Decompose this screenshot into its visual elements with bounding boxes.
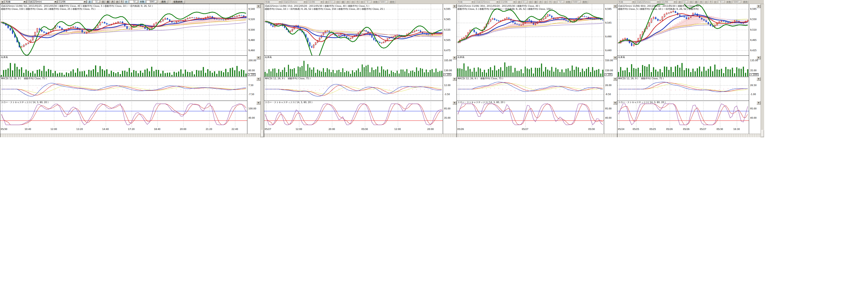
macd-axis-tick: -9.50 (605, 93, 611, 96)
bars-spinner[interactable]: 500 (146, 0, 157, 3)
price-axis-column: 9,5959,5509,5109,4659,425135.0035.0026.5… (749, 4, 761, 137)
volume-axis-tick: 35.00 (750, 69, 756, 72)
ghost-spin: 1 (522, 0, 528, 3)
period-button-4[interactable]: T (120, 0, 123, 3)
ghost-combo-value: 先物 (458, 0, 462, 3)
pane-dropdown-button[interactable]: ▼ (613, 56, 617, 60)
pane-dropdown-button[interactable]: ▼ (756, 101, 761, 105)
multi-symbol-button[interactable]: 複数銘柄 (171, 0, 185, 3)
contract-combo[interactable]: 11/06 ▼ (58, 0, 87, 3)
vertical-scrollbar[interactable] (761, 4, 764, 137)
price-axis-tick: 9,465 (750, 39, 756, 41)
ghost-combo: 先物▼ (265, 0, 282, 3)
stoch-pane-label: スロー・ストキャスティクス( 14, 3, 80, 20 ) (265, 101, 312, 104)
period-button-3[interactable]: 分 (115, 0, 119, 3)
period-button-2[interactable]: 月 (111, 0, 115, 3)
time-axis-tick: 17:20 (128, 128, 135, 130)
time-axis-tick: 05/26 (683, 128, 689, 130)
vol-canvas (0, 56, 247, 77)
macd-axis-tick: -1.00 (750, 93, 756, 96)
price-axis-tick: 9,535 (444, 29, 451, 31)
ashi-toggle-button[interactable]: 足 (88, 0, 92, 3)
time-axis-tick: 12:00 (394, 128, 401, 130)
pane-dropdown-button[interactable]: ▼ (756, 56, 761, 60)
bars-value: 500 (147, 0, 155, 3)
time-axis-tick: 05/25 (650, 128, 656, 130)
stoch-axis-tick: 35.00 (444, 117, 451, 119)
chevron-down-icon[interactable]: ▼ (83, 0, 87, 3)
chart-toolbar: ▼ 先物 ▼ 日経225mini ▼ 11/06 ▼ 足 1 日週月分T 分 5… (0, 0, 264, 4)
time-axis: 05/2405/2505/2505/2605/2605/2705/3016:30 (617, 127, 749, 134)
category-combo[interactable]: 先物 ▼ (5, 0, 27, 3)
chevron-down-icon[interactable]: ▼ (23, 0, 26, 3)
ghost-toolbar-1[interactable]: 先物▼日経225mini▼11/06▼足1日週月分T分5本数500適用 (264, 0, 457, 4)
stoch-pane: スロー・ストキャスティクス( 14, 3, 80, 20 ) (457, 101, 604, 127)
pane-dropdown-button[interactable]: ▼ (613, 77, 617, 81)
mini-dropdown-button[interactable]: ▼ (0, 0, 4, 3)
pane-dropdown-button[interactable]: ▼ (256, 56, 260, 60)
pane-dropdown-button[interactable]: ▼ (613, 4, 617, 8)
time-axis: 05/2712:0020:0005/3012:0020:00 (264, 127, 443, 134)
price-axis-tick: 9,425 (750, 49, 756, 52)
ghost-btn: T (356, 0, 359, 3)
pane-dropdown-button[interactable]: ▼ (453, 56, 457, 60)
price-axis-tick: 9,520 (248, 18, 255, 21)
horizontal-scrollbar[interactable] (0, 134, 261, 137)
pane-dropdown-button[interactable]: ▼ (256, 77, 260, 81)
ghost-spin-value: 1 (522, 1, 525, 3)
spinner-icon[interactable] (155, 0, 157, 3)
ghost-toolbar-controls: 先物▼日経225mini▼11/06▼足1日週月分T分5本数500適用 (457, 0, 617, 4)
price-canvas (617, 4, 749, 56)
ghost-combo-value: 先物 (265, 0, 270, 3)
pane-dropdown-button[interactable]: ▼ (256, 4, 260, 8)
vertical-scrollbar-thumb[interactable] (761, 130, 764, 137)
ghost-combo: 先物▼ (618, 0, 635, 3)
macd-pane-label: MACD( 12, 26, 9 ) 移動平均( Close, 75 ) (458, 77, 503, 80)
stoch-canvas (617, 101, 749, 127)
volume-axis-tick: 130.00 (444, 69, 452, 72)
ghost-spin: 500 (572, 0, 581, 3)
pane-dropdown-button[interactable]: ▼ (756, 4, 761, 8)
price-pane (457, 4, 604, 56)
chevron-down-icon[interactable]: ▼ (54, 0, 57, 3)
macd-pane-label: MACD( 12, 26, 9 ) 移動平均( Close, 75 ) (1, 77, 46, 80)
ghost-btn: 分 (713, 0, 717, 3)
period-button-0[interactable]: 日 (101, 0, 105, 3)
price-canvas (457, 4, 604, 56)
ghost-combo-value: 日経225mini (476, 0, 490, 3)
ghost-btn: 日 (689, 0, 693, 3)
ghost-combo: 日経225mini▼ (636, 0, 660, 3)
spinner-icon (685, 1, 688, 3)
apply-button[interactable]: 適用 (159, 0, 168, 3)
pane-dropdown-button[interactable]: ▼ (613, 101, 617, 105)
price-axis-column: 9,5409,5209,5009,4809,460200.0080.007.50… (247, 4, 261, 137)
ghost-spin-value: 5 (718, 1, 722, 3)
spinner-icon[interactable] (135, 0, 138, 3)
ghost-btn: 月 (346, 0, 350, 3)
ashi-count-spinner[interactable]: 1 (93, 0, 100, 3)
price-pane (0, 4, 247, 56)
vertical-scrollbar[interactable] (260, 4, 264, 137)
vertical-scrollbar-thumb[interactable] (261, 130, 264, 137)
horizontal-scrollbar[interactable] (457, 134, 617, 137)
macd-canvas (617, 77, 749, 101)
minute-mode-button[interactable]: 分 (124, 0, 128, 3)
pane-dropdown-button[interactable]: ▼ (756, 77, 761, 81)
period-button-1[interactable]: 週 (105, 0, 110, 3)
pane-dropdown-button[interactable]: ▼ (453, 77, 457, 81)
time-axis-tick: 18:40 (154, 128, 160, 130)
price-axis-column: 9,5959,5459,4909,440550.00150.0026.00-9.… (604, 4, 617, 137)
pane-dropdown-button[interactable]: ▼ (453, 4, 457, 8)
spinner-icon[interactable] (97, 0, 100, 3)
horizontal-scrollbar[interactable] (264, 134, 457, 137)
ashi-count-value: 1 (93, 0, 97, 3)
macd-pane: MACD( 12, 26, 9 ) 移動平均( Close, 75 ) (457, 77, 604, 101)
ghost-toolbar-2[interactable]: 先物▼日経225mini▼11/06▼足1日週月分T分5本数500適用 (457, 0, 617, 4)
pane-dropdown-button[interactable]: ▼ (453, 101, 457, 105)
pane-dropdown-button[interactable]: ▼ (256, 101, 260, 105)
minute-spinner[interactable]: 5 (129, 0, 138, 3)
ghost-toolbar-3[interactable]: 先物▼日経225mini▼11/06▼足1日週月分T分5本数500適用 (617, 0, 764, 4)
symbol-combo[interactable]: 日経225mini ▼ (27, 0, 57, 3)
spinner-icon (369, 1, 371, 3)
horizontal-scrollbar[interactable] (617, 134, 761, 137)
